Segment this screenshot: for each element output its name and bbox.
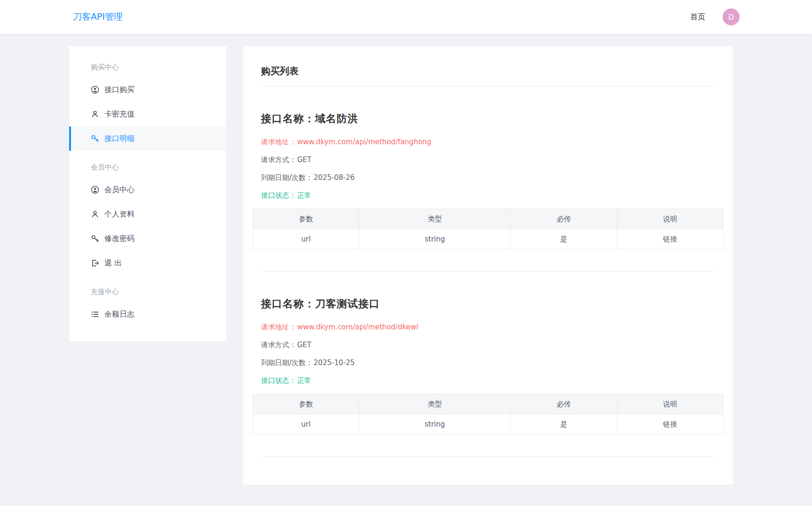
user-outline-icon [91, 210, 99, 218]
main-card: 购买列表 接口名称：域名防洪 请求地址：www.dkym.com/api/met… [243, 46, 733, 485]
table-cell: 链接 [617, 414, 723, 435]
sidebar-item-member-center[interactable]: 会员中心 [69, 178, 226, 202]
sidebar-item-label: 卡密充值 [104, 109, 134, 119]
sidebar-item-card-recharge[interactable]: 卡密充值 [69, 102, 226, 126]
request-url-line: 请求地址：www.dkym.com/api/method/dkewl [261, 322, 715, 332]
sidebar-item-label: 退 出 [104, 258, 122, 268]
sidebar: 购买中心 接口购买 卡密充值 [69, 46, 226, 342]
api-name-value: 刀客测试接口 [315, 298, 380, 310]
status-badge: 正常 [297, 376, 311, 385]
expire-line: 到期日期/次数：2025-10-25 [261, 358, 715, 367]
section-divider [261, 271, 715, 272]
sidebar-section-purchase-center: 购买中心 [69, 51, 226, 78]
sidebar-item-label: 接口购买 [104, 85, 134, 95]
key-icon [91, 134, 99, 143]
table-header-cell: 必传 [511, 394, 617, 414]
sidebar-section-recharge-center: 充值中心 [69, 275, 226, 302]
app-title[interactable]: 刀客API管理 [73, 11, 123, 23]
sidebar-section-member-center: 会员中心 [69, 151, 226, 178]
table-cell: string [359, 414, 511, 435]
request-url-label: 请求地址： [261, 138, 296, 146]
user-outline-icon [91, 110, 99, 118]
table-header-row: 参数 类型 必传 说明 [253, 209, 724, 229]
sidebar-item-change-password[interactable]: 修改密码 [69, 226, 226, 251]
user-circle-icon [91, 186, 99, 194]
table-header-row: 参数 类型 必传 说明 [253, 394, 724, 414]
table-header-cell: 参数 [253, 394, 359, 414]
table-header-cell: 必传 [511, 209, 617, 229]
status-line: 接口状态：正常 [261, 191, 715, 200]
table-cell: 是 [511, 414, 617, 435]
table-cell: url [253, 229, 359, 249]
key-icon [91, 234, 99, 243]
title-divider [261, 86, 715, 86]
top-header: 刀客API管理 首页 D [0, 0, 812, 34]
table-header-cell: 类型 [359, 394, 511, 414]
request-url-value: www.dkym.com/api/method/fanghong [297, 138, 431, 146]
request-method-label: 请求方式： [261, 156, 296, 164]
sidebar-item-label: 接口明细 [104, 134, 134, 144]
request-url-value: www.dkym.com/api/method/dkewl [297, 323, 418, 331]
request-method-line: 请求方式：GET [261, 340, 715, 350]
sidebar-item-api-details[interactable]: 接口明细 [69, 126, 226, 151]
expire-label: 到期日期/次数： [261, 173, 313, 182]
status-line: 接口状态：正常 [261, 376, 715, 385]
bottom-divider [261, 456, 715, 457]
avatar-letter: D [728, 13, 734, 22]
api-name-label: 接口名称： [261, 113, 315, 125]
status-label: 接口状态： [261, 191, 296, 200]
avatar[interactable]: D [723, 8, 740, 25]
table-header-cell: 说明 [617, 209, 723, 229]
table-row: url string 是 链接 [253, 414, 724, 435]
sidebar-item-profile[interactable]: 个人资料 [69, 202, 226, 226]
table-header-cell: 说明 [617, 394, 723, 414]
sidebar-item-label: 会员中心 [104, 185, 134, 195]
api-section-1: 接口名称：域名防洪 请求地址：www.dkym.com/api/method/f… [261, 112, 715, 249]
expire-line: 到期日期/次数：2025-08-26 [261, 173, 715, 182]
expire-value: 2025-08-26 [314, 173, 355, 182]
request-method-label: 请求方式： [261, 341, 296, 349]
table-row: url string 是 链接 [253, 229, 724, 249]
expire-label: 到期日期/次数： [261, 358, 313, 367]
sidebar-item-balance-log[interactable]: 余额日志 [69, 302, 226, 327]
sidebar-item-label: 余额日志 [104, 310, 134, 319]
api-name-heading: 接口名称：域名防洪 [261, 112, 715, 126]
status-badge: 正常 [297, 191, 311, 200]
api-name-heading: 接口名称：刀客测试接口 [261, 297, 715, 311]
sidebar-item-logout[interactable]: 退 出 [69, 251, 226, 275]
list-icon [91, 310, 99, 319]
table-cell: 是 [511, 229, 617, 249]
sign-out-icon [91, 259, 99, 267]
params-table: 参数 类型 必传 说明 url string 是 链接 [252, 394, 724, 435]
user-circle-icon [91, 86, 99, 94]
request-url-label: 请求地址： [261, 323, 296, 331]
params-table-wrap: 参数 类型 必传 说明 url string 是 链接 [252, 394, 724, 435]
sidebar-item-label: 个人资料 [104, 210, 134, 219]
page-layout: 购买中心 接口购买 卡密充值 [0, 34, 812, 485]
header-right: 首页 D [690, 8, 740, 25]
request-method-value: GET [297, 156, 311, 164]
sidebar-item-label: 修改密码 [104, 234, 134, 244]
table-cell: string [359, 229, 511, 249]
table-cell: url [253, 414, 359, 435]
page-title: 购买列表 [261, 65, 715, 78]
params-table: 参数 类型 必传 说明 url string 是 链接 [252, 209, 724, 249]
request-method-value: GET [297, 341, 311, 349]
nav-home-link[interactable]: 首页 [690, 12, 705, 22]
api-name-value: 域名防洪 [315, 113, 358, 125]
expire-value: 2025-10-25 [314, 358, 355, 367]
table-header-cell: 参数 [253, 209, 359, 229]
sidebar-item-api-purchase[interactable]: 接口购买 [69, 78, 226, 102]
api-name-label: 接口名称： [261, 298, 315, 310]
request-method-line: 请求方式：GET [261, 155, 715, 164]
table-cell: 链接 [617, 229, 723, 249]
status-label: 接口状态： [261, 376, 296, 385]
table-header-cell: 类型 [359, 209, 511, 229]
params-table-wrap: 参数 类型 必传 说明 url string 是 链接 [252, 209, 724, 249]
request-url-line: 请求地址：www.dkym.com/api/method/fanghong [261, 137, 715, 147]
api-section-2: 接口名称：刀客测试接口 请求地址：www.dkym.com/api/method… [261, 297, 715, 435]
